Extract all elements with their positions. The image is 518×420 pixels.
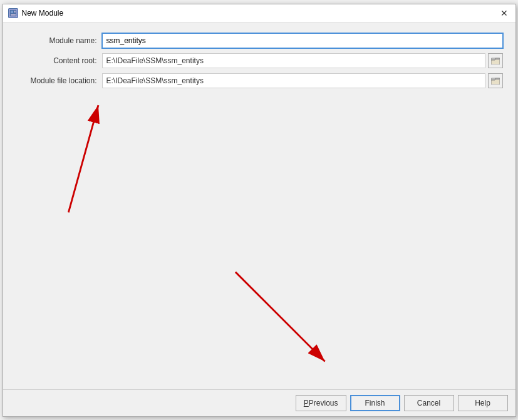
finish-label: Finish [365, 399, 385, 407]
title-bar: New Module ✕ [3, 4, 515, 23]
help-label: Help [475, 399, 490, 407]
content-root-row: Content root: [16, 53, 503, 68]
help-button[interactable]: Help [458, 395, 508, 411]
content-root-label: Content root: [16, 56, 97, 65]
svg-rect-1 [11, 11, 13, 13]
previous-label: PPrevious [304, 399, 338, 407]
new-module-dialog: New Module ✕ Module name: Content root: [3, 4, 516, 417]
module-file-location-row: Module file location: [16, 73, 503, 88]
module-file-location-label: Module file location: [16, 76, 97, 85]
svg-line-11 [235, 272, 324, 361]
title-bar-left: New Module [8, 8, 64, 18]
module-file-location-browse-button[interactable] [488, 73, 503, 88]
module-name-input-container [102, 33, 503, 48]
cancel-label: Cancel [417, 399, 440, 407]
content-root-browse-button[interactable] [488, 53, 503, 68]
dialog-body: Module name: Content root: Modu [3, 23, 515, 389]
module-name-input[interactable] [102, 33, 503, 48]
module-file-location-input-container [102, 73, 503, 88]
svg-line-10 [68, 105, 98, 212]
content-root-input-container [102, 53, 503, 68]
svg-rect-3 [11, 14, 16, 16]
dialog-icon [8, 8, 18, 18]
finish-button[interactable]: Finish [350, 395, 400, 411]
annotation-arrows [16, 93, 503, 379]
content-root-input[interactable] [102, 53, 485, 68]
close-button[interactable]: ✕ [498, 7, 510, 19]
cancel-button[interactable]: Cancel [404, 395, 454, 411]
module-name-row: Module name: [16, 33, 503, 48]
previous-button[interactable]: PPrevious [296, 395, 346, 411]
dialog-title: New Module [22, 9, 64, 18]
module-name-label: Module name: [16, 36, 97, 45]
content-area [16, 93, 503, 379]
dialog-footer: PPrevious Finish Cancel Help [3, 389, 515, 416]
svg-rect-2 [14, 11, 16, 13]
module-file-location-input[interactable] [102, 73, 485, 88]
